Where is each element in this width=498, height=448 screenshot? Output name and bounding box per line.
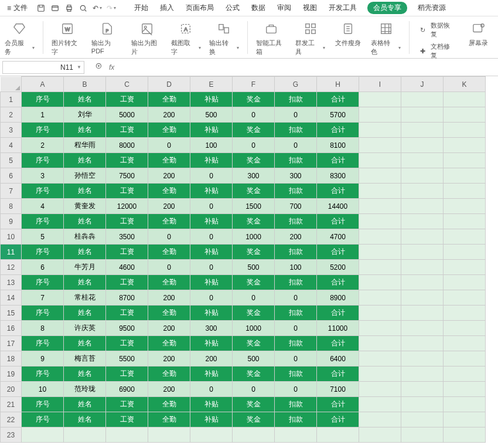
cell[interactable]: 100 — [275, 260, 317, 275]
cell[interactable]: 9500 — [106, 321, 148, 336]
tab-resources[interactable]: 稻壳资源 — [417, 2, 447, 14]
cell[interactable]: 工资 — [106, 306, 148, 321]
cell[interactable]: 姓名 — [64, 412, 106, 427]
cell[interactable]: 200 — [148, 168, 190, 184]
cell[interactable]: 11000 — [317, 321, 359, 336]
cell[interactable] — [401, 351, 444, 366]
row-header-16[interactable]: 16 — [1, 321, 22, 336]
cell[interactable]: 6 — [22, 260, 64, 275]
cell[interactable] — [401, 427, 444, 443]
cell[interactable]: 扣款 — [275, 214, 317, 229]
cell[interactable]: 200 — [148, 107, 190, 123]
cell[interactable]: 序号 — [22, 92, 64, 107]
cell[interactable]: 姓名 — [64, 153, 106, 168]
row-header-18[interactable]: 18 — [1, 351, 22, 366]
preview-icon[interactable] — [78, 3, 88, 13]
cell[interactable]: 5700 — [317, 107, 359, 123]
tab-dev[interactable]: 开发工具 — [328, 2, 358, 14]
cell[interactable]: 6900 — [106, 382, 148, 397]
cell[interactable] — [444, 168, 486, 184]
cell[interactable] — [359, 275, 401, 290]
cell[interactable]: 7100 — [317, 382, 359, 397]
cell[interactable]: 合计 — [317, 366, 359, 382]
cell[interactable] — [401, 275, 444, 290]
row-header-15[interactable]: 15 — [1, 306, 22, 321]
cell[interactable]: 7 — [22, 290, 64, 306]
cell[interactable]: 姓名 — [64, 92, 106, 107]
cell[interactable]: 全勤 — [148, 306, 190, 321]
cell[interactable]: 扣款 — [275, 336, 317, 351]
cell[interactable]: 序号 — [22, 412, 64, 427]
cell[interactable]: 合计 — [317, 214, 359, 229]
cell[interactable]: 200 — [275, 229, 317, 245]
ribbon-export-pdf[interactable]: P 输出为PDF — [91, 19, 123, 55]
row-header-21[interactable]: 21 — [1, 397, 22, 412]
cell[interactable]: 3 — [22, 168, 64, 184]
row-header-3[interactable]: 3 — [1, 123, 22, 138]
cell[interactable]: 合计 — [317, 123, 359, 138]
col-header-G[interactable]: G — [275, 77, 317, 92]
cell[interactable] — [359, 107, 401, 123]
cell[interactable] — [444, 245, 486, 260]
row-header-8[interactable]: 8 — [1, 199, 22, 214]
cell[interactable]: 5 — [22, 229, 64, 245]
cell[interactable] — [401, 107, 444, 123]
cell[interactable]: 200 — [148, 382, 190, 397]
ribbon-export-convert[interactable]: 输出转换▾ — [209, 19, 239, 56]
cell[interactable] — [401, 123, 444, 138]
tab-data[interactable]: 数据 — [250, 2, 267, 14]
cell[interactable] — [359, 260, 401, 275]
cell[interactable] — [401, 138, 444, 153]
cell[interactable] — [190, 427, 233, 443]
cell[interactable]: 5000 — [106, 107, 148, 123]
cell[interactable] — [275, 427, 317, 443]
cell[interactable]: 8100 — [317, 138, 359, 153]
cell[interactable]: 500 — [233, 260, 275, 275]
tab-member[interactable]: 会员专享 — [367, 2, 407, 14]
tab-formula[interactable]: 公式 — [224, 2, 241, 14]
cell[interactable] — [444, 107, 486, 123]
cell[interactable] — [444, 92, 486, 107]
cell[interactable] — [401, 382, 444, 397]
cell[interactable]: 扣款 — [275, 306, 317, 321]
cell[interactable]: 10 — [22, 382, 64, 397]
cell[interactable] — [444, 290, 486, 306]
cell[interactable]: 合计 — [317, 306, 359, 321]
cell[interactable]: 序号 — [22, 366, 64, 382]
cell[interactable]: 奖金 — [233, 214, 275, 229]
cell[interactable]: 扣款 — [275, 366, 317, 382]
cell[interactable]: 全勤 — [148, 153, 190, 168]
cell[interactable]: 序号 — [22, 336, 64, 351]
cell[interactable]: 序号 — [22, 214, 64, 229]
cell[interactable] — [401, 366, 444, 382]
cell[interactable]: 黄奎发 — [64, 199, 106, 214]
row-header-10[interactable]: 10 — [1, 229, 22, 245]
ribbon-img2text[interactable]: W 图片转文字 — [52, 19, 83, 56]
cell[interactable]: 4 — [22, 199, 64, 214]
cell[interactable]: 补贴 — [190, 275, 233, 290]
cell[interactable]: 扣款 — [275, 275, 317, 290]
cell[interactable]: 合计 — [317, 336, 359, 351]
cell[interactable]: 8000 — [106, 138, 148, 153]
cell[interactable]: 工资 — [106, 184, 148, 199]
cell[interactable]: 500 — [233, 351, 275, 366]
cell[interactable] — [401, 321, 444, 336]
cell[interactable]: 工资 — [106, 153, 148, 168]
cell[interactable]: 工资 — [106, 412, 148, 427]
cell[interactable]: 刘华 — [64, 107, 106, 123]
save-icon[interactable] — [36, 3, 46, 13]
cell[interactable] — [444, 123, 486, 138]
cell[interactable]: 200 — [148, 351, 190, 366]
cell[interactable]: 序号 — [22, 275, 64, 290]
cell[interactable]: 补贴 — [190, 214, 233, 229]
cell[interactable]: 9 — [22, 351, 64, 366]
row-header-20[interactable]: 20 — [1, 382, 22, 397]
cell[interactable]: 全勤 — [148, 214, 190, 229]
cell[interactable] — [401, 290, 444, 306]
cell[interactable]: 奖金 — [233, 245, 275, 260]
cell[interactable] — [401, 153, 444, 168]
cell[interactable] — [359, 290, 401, 306]
cell[interactable] — [359, 427, 401, 443]
cell[interactable]: 全勤 — [148, 397, 190, 412]
cell[interactable]: 奖金 — [233, 153, 275, 168]
